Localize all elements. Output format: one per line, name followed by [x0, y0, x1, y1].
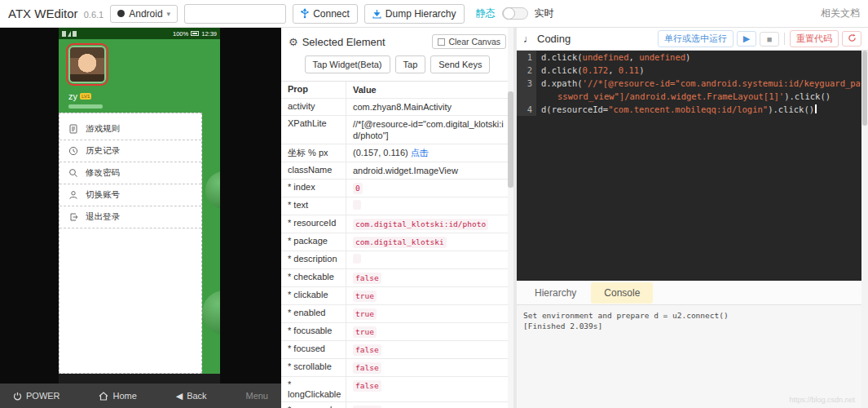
prop-value-code: true — [353, 308, 377, 320]
realtime-toggle[interactable] — [502, 7, 528, 20]
device-screen[interactable]: 100% 12:39 zy LV1 游戏规则 历史记录 — [59, 28, 220, 384]
signal-icon — [68, 31, 71, 37]
clock-icon — [68, 146, 78, 156]
dump-hierarchy-button[interactable]: Dump Hierarchy — [364, 4, 465, 24]
code-line[interactable]: 4d(resourceId="com.tencent.mobileqq:id/l… — [517, 103, 861, 116]
prop-name: * text — [281, 197, 346, 215]
panel-title: ⚙ Selected Element — [289, 36, 386, 48]
back-button[interactable]: ◀ Back — [176, 391, 207, 401]
prop-value: false — [346, 359, 513, 376]
console-line: [Finished 2.039s] — [523, 321, 855, 331]
code-lines: 1d.click(undefined, undefined)2d.click(0… — [517, 51, 861, 116]
code-editor[interactable]: 1d.click(undefined, undefined)2d.click(0… — [517, 51, 861, 281]
home-icon — [99, 392, 108, 401]
tab-hierarchy[interactable]: Hierarchy — [522, 282, 589, 304]
drawer-menu: 游戏规则 历史记录 修改密码 切换账号 退出登录 — [59, 113, 202, 374]
battery-percent: 100% — [173, 30, 188, 38]
tap-button[interactable]: Tap — [395, 55, 426, 73]
text-cursor — [815, 104, 817, 113]
prop-value-code: true — [353, 290, 377, 302]
prop-value: com.zhyan8.MainActivity — [346, 99, 513, 115]
selected-element-highlight — [68, 46, 106, 83]
menu-button[interactable]: Menu — [245, 391, 268, 401]
device-type-select[interactable]: Android ▾ — [110, 5, 178, 23]
prop-value: false — [346, 269, 513, 286]
menu-item-game-rules[interactable]: 游戏规则 — [59, 118, 201, 140]
prop-name: * checkable — [281, 269, 346, 286]
run-selection-button[interactable]: 单行或选中运行 — [658, 30, 734, 47]
home-button[interactable]: Home — [99, 391, 136, 401]
code-line[interactable]: 2d.click(0.172, 0.11) — [517, 64, 861, 77]
connect-button[interactable]: Connect — [293, 4, 358, 24]
toggle-knob — [503, 7, 515, 20]
prop-name: * focused — [281, 341, 346, 358]
prop-name: XPathLite — [281, 116, 346, 144]
scrollbar-thumb[interactable] — [508, 91, 513, 188]
prop-row: * longClickablefalse — [281, 377, 513, 402]
menu-item-switch-account[interactable]: 切换账号 — [59, 184, 201, 206]
prop-value-code: 0 — [353, 183, 363, 194]
console-output: Set environment and prepare d = u2.conne… — [517, 305, 861, 408]
top-toolbar: ATX WEditor 0.6.1 Android ▾ Connect Dump… — [0, 0, 868, 28]
console-line: Set environment and prepare d = u2.conne… — [523, 310, 855, 321]
tab-console[interactable]: Console — [591, 282, 653, 304]
line-number: 3 — [517, 77, 536, 103]
run-button[interactable]: ▶ — [737, 31, 756, 47]
clear-canvas-checkbox[interactable]: Clear Canvas — [432, 34, 506, 49]
menu-item-change-password[interactable]: 修改密码 — [59, 162, 201, 184]
prop-value: //*[@resource-id="com.digital_klotski:id… — [346, 116, 513, 144]
prop-value: 0 — [346, 180, 513, 197]
back-icon: ◀ — [176, 391, 183, 401]
sim-icon — [62, 31, 66, 37]
tap-widget-button[interactable]: Tap Widget(Beta) — [305, 55, 390, 73]
device-status-bar: 100% 12:39 — [59, 28, 220, 39]
tap-coordinate-link[interactable]: 点击 — [411, 148, 429, 157]
menu-item-logout[interactable]: 退出登录 — [59, 206, 201, 228]
prop-value: true — [346, 323, 513, 340]
status-time: 12:39 — [201, 30, 217, 38]
prop-name: * focusable — [281, 323, 346, 340]
prop-row: * packagecom.digital_klotski — [281, 233, 513, 251]
prop-value: false — [346, 377, 513, 401]
device-mirror-panel: 100% 12:39 zy LV1 游戏规则 历史记录 — [0, 28, 281, 408]
value-column-header: Value — [346, 82, 513, 98]
prop-value: (0.157, 0.116) 点击 — [346, 144, 513, 162]
prop-value-code: com.digital_klotski — [353, 237, 447, 248]
page-scrollbar[interactable] — [861, 51, 868, 408]
power-icon — [13, 392, 22, 401]
prop-value-code: false — [353, 273, 381, 284]
line-number: 1 — [517, 51, 536, 64]
watermark: https://blog.csdn.net — [789, 395, 855, 406]
app-version: 0.6.1 — [84, 10, 104, 20]
menu-item-history[interactable]: 历史记录 — [59, 140, 201, 162]
inspector-scrollbar[interactable] — [508, 28, 513, 408]
prop-name: * resourceId — [281, 215, 346, 233]
level-badge: LV1 — [80, 93, 91, 100]
scrollbar-thumb[interactable] — [862, 51, 867, 126]
prop-value: com.digital_klotski — [346, 233, 513, 251]
refresh-button[interactable] — [842, 31, 861, 47]
reset-code-button[interactable]: 重置代码 — [790, 30, 839, 47]
play-icon: ▶ — [743, 33, 750, 43]
prop-row: * clickabletrue — [281, 287, 513, 305]
code-line[interactable]: 1d.click(undefined, undefined) — [517, 51, 861, 64]
realtime-label: 实时 — [535, 7, 554, 20]
docs-link[interactable]: 相关文档 — [821, 7, 860, 20]
prop-row: * enabledtrue — [281, 305, 513, 323]
user-avatar[interactable] — [68, 46, 106, 83]
game-piece — [205, 171, 220, 209]
prop-row: * text — [281, 197, 513, 215]
prop-row: * focusedfalse — [281, 341, 513, 359]
prop-name: * password — [281, 402, 346, 408]
prop-value-code: false — [353, 362, 381, 374]
prop-row: activitycom.zhyan8.MainActivity — [281, 99, 513, 116]
device-nav-strip — [59, 374, 220, 384]
prop-name: * enabled — [281, 305, 346, 322]
code-line[interactable]: 3d.xpath('//*[@resource-id="com.android.… — [517, 77, 861, 103]
stop-button[interactable]: ■ — [760, 32, 779, 47]
send-keys-button[interactable]: Send Keys — [430, 55, 490, 73]
device-serial-input[interactable] — [184, 4, 286, 24]
power-button[interactable]: POWER — [13, 391, 60, 401]
game-piece — [202, 290, 220, 335]
prop-name: * package — [281, 233, 346, 251]
